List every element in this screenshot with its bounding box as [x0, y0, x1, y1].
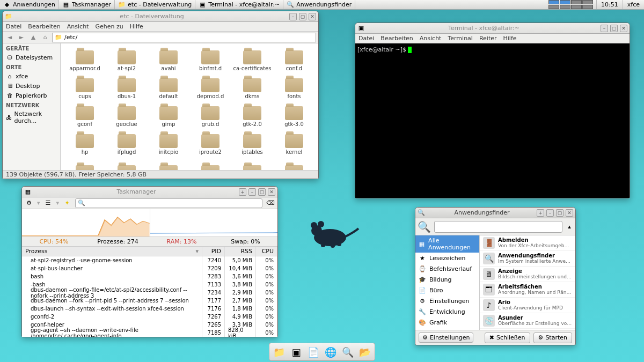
star-icon[interactable]: ✦: [63, 200, 71, 207]
category-ation-item[interactable]: 📄Büro: [415, 285, 479, 295]
appfinder-categories[interactable]: ▦Alle Anwendungen★Lesezeichen⌚Befehlsver…: [415, 235, 480, 330]
minimize-button[interactable]: –: [289, 13, 297, 20]
maximize-button[interactable]: ▢: [556, 209, 564, 217]
window-pin-button[interactable]: +: [239, 188, 246, 196]
menu-hilfe[interactable]: Hilfe: [130, 23, 143, 30]
taskmanager-window[interactable]: ▦ Taskmanager + – ▢ ✕ ⚙ ▾ ☰ ▾ ✦ 🔍 ⌫: [21, 186, 278, 337]
sidebar-item-desktop[interactable]: 🖥Desktop: [3, 81, 60, 91]
taskbar-item-taskmanager[interactable]: ▦ Taskmanager: [59, 0, 115, 9]
table-row[interactable]: bash72833,6 MiB0%: [22, 272, 277, 280]
menu-gehen-zu[interactable]: Gehen zu: [95, 23, 123, 30]
menu-bearbeiten[interactable]: Bearbeiten: [380, 35, 413, 42]
folder-item[interactable]: initcpio: [148, 130, 189, 158]
minimize-button[interactable]: –: [546, 209, 554, 217]
folder-item[interactable]: dkms: [231, 75, 273, 102]
taskbar-item-terminal[interactable]: ▣ Terminal - xfce@altair:~: [195, 0, 283, 9]
launch-button[interactable]: ⚙Starten: [533, 333, 573, 343]
up-button[interactable]: ▲: [28, 33, 38, 42]
folder-item[interactable]: ca-certificates: [231, 47, 273, 75]
dock-files[interactable]: 📁: [272, 344, 287, 359]
workspace-switcher[interactable]: [548, 0, 593, 9]
home-button[interactable]: ⌂: [40, 33, 50, 42]
folder-item[interactable]: depmod.d: [189, 75, 231, 102]
category-ation-item[interactable]: 🔧Entwicklung: [415, 306, 479, 317]
collapse-icon[interactable]: ▴: [566, 223, 573, 231]
close-button[interactable]: ✕: [309, 13, 316, 20]
user-menu[interactable]: xfce: [623, 1, 644, 8]
folder-item[interactable]: apparmor.d: [64, 47, 106, 75]
sidebar-item-home[interactable]: ⌂xfce: [3, 71, 60, 81]
folder-item[interactable]: gtk-3.0: [273, 102, 315, 130]
folder-item[interactable]: dbus-1: [106, 75, 148, 102]
dock-web[interactable]: 🌐: [323, 344, 338, 359]
table-row[interactable]: gpg-agent --sh --daemon --write-env-file…: [22, 329, 277, 337]
appfinder-titlebar[interactable]: 🔍 Anwendungsfinder + – ▢ ✕: [415, 208, 575, 218]
folder-item[interactable]: grub.d: [189, 102, 231, 130]
category-ation-item[interactable]: ⚙Einstellungen: [415, 295, 479, 306]
folder-item[interactable]: iproute2: [189, 130, 231, 158]
folder-item[interactable]: kernel: [273, 130, 315, 158]
menu-terminal[interactable]: Terminal: [448, 35, 473, 42]
maximize-button[interactable]: ▢: [610, 25, 618, 32]
folder-item[interactable]: gtk-2.0: [231, 102, 273, 130]
close-button[interactable]: ✕: [566, 209, 573, 217]
appfinder-window[interactable]: 🔍 Anwendungsfinder + – ▢ ✕ 🔍 ▴ ▦Alle Anw…: [415, 207, 576, 345]
back-button[interactable]: ◄: [5, 33, 14, 42]
category-ation-item[interactable]: ▦Alle Anwendungen: [415, 235, 479, 253]
sidebar-item-dateisystem[interactable]: ⛁Dateisystem: [3, 53, 60, 62]
folder-item[interactable]: [273, 158, 315, 170]
app-item[interactable]: 🔍AnwendungsfinderIm System installierte …: [480, 251, 575, 267]
taskmanager-table-header[interactable]: Prozess▾ PID RSS CPU: [22, 247, 277, 256]
menu-ansicht[interactable]: Ansicht: [67, 23, 89, 30]
minimize-button[interactable]: –: [248, 188, 256, 196]
file-manager-window[interactable]: 📁 etc - Dateiverwaltung – ▢ ✕ Datei Bear…: [2, 11, 319, 179]
folder-item[interactable]: at-spi2: [106, 47, 148, 75]
table-row[interactable]: at-spi-bus-launcher720910,4 MiB0%: [22, 264, 277, 272]
folder-item[interactable]: [148, 158, 189, 170]
taskmanager-search[interactable]: 🔍: [75, 198, 262, 208]
maximize-button[interactable]: ▢: [299, 13, 306, 20]
folder-item[interactable]: [64, 158, 106, 170]
folder-item[interactable]: binfmt.d: [189, 47, 231, 75]
table-row[interactable]: dbus-daemon --fork --print-pid 5 --print…: [22, 297, 277, 305]
app-item[interactable]: ♪ArioClient-Anwendung für MPD: [480, 298, 575, 313]
menu-bearbeiten[interactable]: Bearbeiten: [28, 23, 60, 30]
applications-menu[interactable]: ◆ Anwendungen: [0, 0, 59, 9]
folder-item[interactable]: iptables: [231, 130, 273, 158]
appfinder-search-input[interactable]: [434, 221, 562, 233]
prefs-icon[interactable]: ☰: [45, 200, 52, 207]
file-manager-titlebar[interactable]: 📁 etc - Dateiverwaltung – ▢ ✕: [3, 11, 318, 22]
folder-item[interactable]: [189, 158, 231, 170]
taskbar-item-filemanager[interactable]: 📁 etc - Dateiverwaltung: [115, 0, 195, 9]
category-ation-item[interactable]: 🎓Bildung: [415, 274, 479, 285]
maximize-button[interactable]: ▢: [258, 188, 266, 196]
taskbar-item-appfinder[interactable]: 🔍 Anwendungsfinder: [283, 0, 355, 9]
category-ation-item[interactable]: ★Lesezeichen: [415, 253, 479, 263]
folder-item[interactable]: geoclue: [106, 102, 148, 130]
appfinder-app-list[interactable]: 🚪AbmeldenVon der Xfce-Arbeitsumgebung ..…: [480, 235, 575, 330]
window-pin-button[interactable]: +: [537, 209, 544, 217]
menu-reiter[interactable]: Reiter: [479, 35, 497, 42]
menu-datei[interactable]: Datei: [6, 23, 21, 30]
close-button[interactable]: ✕: [620, 25, 627, 32]
settings-toggle[interactable]: ⚙Einstellungen: [419, 333, 473, 343]
table-row[interactable]: gconfd-272674,9 MiB0%: [22, 313, 277, 321]
app-item[interactable]: 🚪AbmeldenVon der Xfce-Arbeitsumgebung ..…: [480, 235, 575, 251]
menu-ansicht[interactable]: Ansicht: [420, 35, 442, 42]
folder-item[interactable]: gimp: [148, 102, 189, 130]
folder-item[interactable]: default: [148, 75, 189, 102]
taskmanager-titlebar[interactable]: ▦ Taskmanager + – ▢ ✕: [22, 187, 277, 197]
table-row[interactable]: at-spi2-registryd --use-gnome-session724…: [22, 256, 277, 264]
folder-item[interactable]: [231, 158, 273, 170]
table-row[interactable]: dbus-daemon --config-file=/etc/at-spi2/a…: [22, 289, 277, 297]
dock-terminal[interactable]: ▣: [289, 344, 304, 359]
terminal-titlebar[interactable]: ▣ Terminal - xfce@altair:~ – ▢ ✕: [355, 23, 630, 34]
exec-icon[interactable]: ⚙: [25, 200, 33, 207]
menu-datei[interactable]: Datei: [358, 35, 374, 42]
dock-search[interactable]: 🔍: [340, 344, 355, 359]
file-manager-icon-view[interactable]: apparmor.dat-spi2avahibinfmt.dca-certifi…: [61, 43, 318, 170]
app-item[interactable]: 💿AsunderOberfläche zur Erstellung von A.…: [480, 313, 575, 329]
folder-item[interactable]: cups: [64, 75, 106, 102]
category-ation-item[interactable]: ⌚Befehlsverlauf: [415, 263, 479, 274]
close-button[interactable]: ✕: [268, 188, 275, 196]
